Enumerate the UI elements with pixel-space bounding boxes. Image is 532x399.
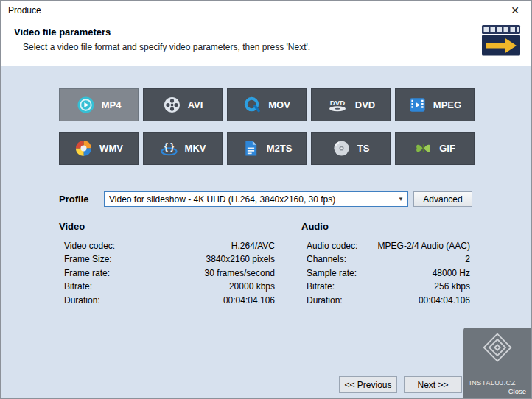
param-row: Duration:00:04:04.106 xyxy=(59,296,275,305)
param-row: Bitrate:20000 kbps xyxy=(59,282,275,291)
param-label: Duration: xyxy=(64,296,100,305)
format-label: TS xyxy=(357,143,370,154)
svg-text:DVD: DVD xyxy=(330,99,345,107)
param-row: Frame Size:3840x2160 pixels xyxy=(59,255,275,264)
format-mpeg-button[interactable]: MPEG xyxy=(395,88,475,121)
param-row: Channels:2 xyxy=(301,255,470,264)
profile-selected-value: Video for slideshow - 4K UHD (H.264, 384… xyxy=(109,194,395,205)
disc-icon xyxy=(332,139,351,158)
dialog-body: MP4 AVI MOV DVD DVD xyxy=(1,66,531,398)
page-title: Video file parameters xyxy=(14,27,531,38)
instaluj-logo-icon xyxy=(481,331,514,367)
format-label: MP4 xyxy=(102,99,122,110)
advanced-button[interactable]: Advanced xyxy=(413,191,472,207)
next-button[interactable]: Next >> xyxy=(404,376,462,393)
param-value: 00:04:04.106 xyxy=(223,296,275,305)
format-avi-button[interactable]: AVI xyxy=(143,88,223,121)
param-value: H.264/AVC xyxy=(231,241,275,250)
format-mov-button[interactable]: MOV xyxy=(227,88,307,121)
format-label: DVD xyxy=(355,99,375,110)
format-label: MOV xyxy=(268,99,290,110)
audio-section: Audio Audio codec:MPEG-2/4 Audio (AAC) C… xyxy=(301,221,470,305)
format-m2ts-button[interactable]: M2TS xyxy=(227,132,307,165)
param-row: Audio codec:MPEG-2/4 Audio (AAC) xyxy=(301,241,470,250)
param-row: Sample rate:48000 Hz xyxy=(301,269,470,278)
previous-button[interactable]: << Previous xyxy=(339,376,397,393)
param-label: Frame Size: xyxy=(64,255,112,264)
param-label: Channels: xyxy=(307,255,346,264)
dvd-disc-icon: DVD xyxy=(326,96,349,114)
param-value: 256 kbps xyxy=(434,282,470,291)
butterfly-icon xyxy=(414,139,433,158)
format-wmv-button[interactable]: WMV xyxy=(59,132,139,165)
filmstrip-play-icon xyxy=(408,96,427,114)
chevron-down-icon: ▼ xyxy=(395,196,404,202)
matroska-braces-icon: { } xyxy=(160,139,178,158)
video-section-title: Video xyxy=(59,221,275,232)
param-row: Video codec:H.264/AVC xyxy=(59,241,275,250)
format-ts-button[interactable]: TS xyxy=(311,132,391,165)
media-player-icon xyxy=(74,139,93,158)
watermark-text: INSTALUJ.CZ xyxy=(469,378,516,386)
window-title: Produce xyxy=(8,5,41,15)
section-divider xyxy=(301,236,470,236)
watermark-close-link[interactable]: Close xyxy=(508,387,526,395)
param-value: 3840x2160 pixels xyxy=(206,255,275,264)
profile-label: Profile xyxy=(59,194,104,205)
param-row: Bitrate:256 kbps xyxy=(301,282,470,291)
profile-row: Profile Video for slideshow - 4K UHD (H.… xyxy=(59,191,472,207)
video-section: Video Video codec:H.264/AVC Frame Size:3… xyxy=(59,221,275,305)
wizard-buttons: << Previous Next >> xyxy=(339,376,462,393)
param-label: Sample rate: xyxy=(307,269,357,278)
format-dvd-button[interactable]: DVD DVD xyxy=(311,88,391,121)
format-label: MKV xyxy=(185,143,206,154)
quicktime-icon xyxy=(243,96,262,114)
format-label: M2TS xyxy=(267,143,293,154)
format-label: WMV xyxy=(99,143,123,154)
param-value: 2 xyxy=(465,255,470,264)
svg-text:{ }: { } xyxy=(164,141,173,152)
produce-film-arrow-icon xyxy=(480,24,522,60)
param-value: MPEG-2/4 Audio (AAC) xyxy=(378,241,470,250)
instaluj-watermark: INSTALUJ.CZ Close xyxy=(463,328,531,398)
param-value: 00:04:04.106 xyxy=(419,296,470,305)
title-bar: Produce ✕ xyxy=(1,1,531,20)
param-label: Video codec: xyxy=(64,241,115,250)
format-grid: MP4 AVI MOV DVD DVD xyxy=(59,88,475,165)
param-row: Frame rate:30 frames/second xyxy=(59,269,275,278)
param-label: Bitrate: xyxy=(307,282,335,291)
param-value: 30 frames/second xyxy=(205,269,275,278)
format-label: MPEG xyxy=(433,99,461,110)
format-label: AVI xyxy=(188,99,203,110)
param-label: Frame rate: xyxy=(64,269,110,278)
param-row: Duration:00:04:04.106 xyxy=(301,296,470,305)
param-label: Duration: xyxy=(307,296,343,305)
section-divider xyxy=(59,236,275,236)
format-label: GIF xyxy=(439,143,455,154)
page-subtitle: Select a video file format and specify v… xyxy=(23,42,531,52)
param-label: Audio codec: xyxy=(307,241,357,250)
document-icon xyxy=(242,139,260,158)
format-gif-button[interactable]: GIF xyxy=(395,132,475,165)
format-mkv-button[interactable]: { } MKV xyxy=(143,132,223,165)
close-icon[interactable]: ✕ xyxy=(506,4,524,16)
profile-select[interactable]: Video for slideshow - 4K UHD (H.264, 384… xyxy=(104,191,408,207)
film-reel-icon xyxy=(163,96,181,114)
param-value: 48000 Hz xyxy=(433,269,470,278)
param-value: 20000 kbps xyxy=(229,282,275,291)
dialog-header: Video file parameters Select a video fil… xyxy=(1,20,531,66)
format-mp4-button[interactable]: MP4 xyxy=(59,88,139,121)
produce-dialog: Produce ✕ Video file parameters Select a… xyxy=(0,0,532,399)
param-label: Bitrate: xyxy=(64,282,92,291)
mp4-circle-play-icon xyxy=(77,96,95,114)
audio-section-title: Audio xyxy=(301,221,470,232)
